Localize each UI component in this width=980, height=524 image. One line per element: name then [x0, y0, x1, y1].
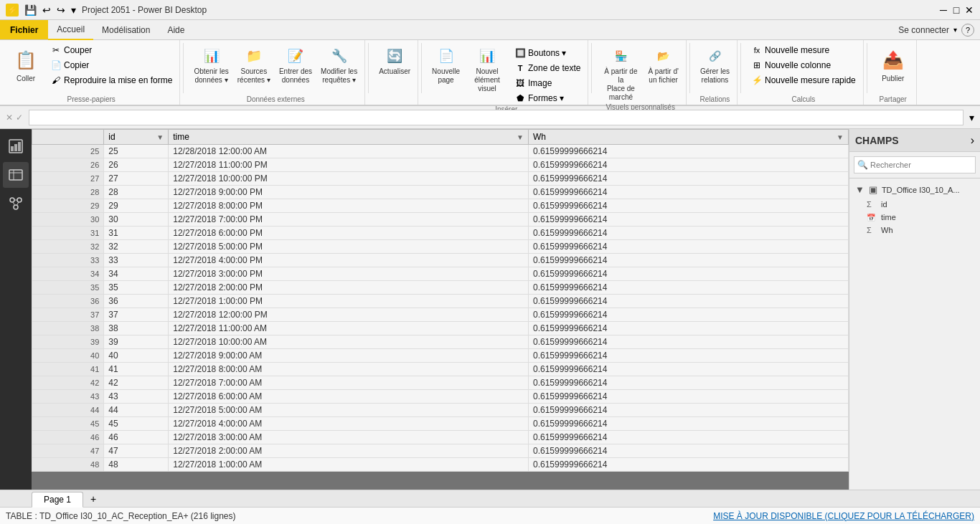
formula-input[interactable]: [29, 110, 963, 125]
from-file-button[interactable]: 📂 À partir d'un fichier: [645, 43, 681, 86]
menu-modelisation[interactable]: Modélisation: [93, 21, 159, 39]
manage-relations-button[interactable]: 🔗 Gérer lesrelations: [697, 43, 732, 86]
shapes-button[interactable]: ⬟ Formes ▾: [512, 91, 583, 105]
col-time-sort[interactable]: ▼: [517, 133, 524, 141]
title-bar: ⚡ 💾 ↩ ↪ ▾ Project 2051 - Power BI Deskto…: [0, 0, 980, 20]
format-painter-button[interactable]: 🖌 Reproduire la mise en forme: [47, 73, 175, 87]
row-time-cell: 12/27/2018 6:00:00 PM: [169, 227, 529, 240]
left-sidebar: [0, 129, 32, 490]
row-id-cell: 30: [104, 213, 169, 227]
main-area: id ▼ time ▼ Wh: [0, 129, 980, 490]
col-id-sort[interactable]: ▼: [156, 133, 164, 141]
tree-field-wh[interactable]: Σ Wh: [849, 224, 980, 237]
textbox-button[interactable]: T Zone de texte: [512, 61, 583, 75]
row-id-cell: 35: [104, 281, 169, 295]
col-header-time[interactable]: time ▼: [169, 130, 529, 145]
ribbon-group-insert: 📄 Nouvellepage 📊 Nouvelélément visuel 🔲 …: [425, 40, 588, 105]
edit-queries-button[interactable]: 🔧 Modifier lesrequêtes ▾: [318, 43, 360, 86]
recent-sources-label: Sourcesrécentes ▾: [237, 67, 270, 85]
row-id-cell: 27: [104, 172, 169, 186]
row-time-cell: 12/27/2018 7:00:00 AM: [169, 376, 529, 390]
marketplace-label: À partir de laPlace de marché: [602, 67, 639, 102]
svg-point-11: [14, 205, 18, 209]
tab-page1[interactable]: Page 1: [32, 492, 83, 508]
data-view-icon[interactable]: [3, 162, 29, 188]
dropdown-icon[interactable]: ▾: [70, 3, 77, 17]
enter-data-label: Entrer desdonnées: [279, 67, 312, 85]
undo-icon[interactable]: ↩: [41, 3, 52, 17]
row-wh-cell: 0.61599999666214: [528, 254, 848, 267]
buttons-button[interactable]: 🔲 Boutons ▾: [512, 46, 583, 60]
paste-button[interactable]: 📋 Coller: [7, 43, 44, 85]
help-button[interactable]: ?: [961, 24, 974, 37]
col-header-id[interactable]: id ▼: [104, 130, 169, 145]
report-view-icon[interactable]: [3, 133, 29, 159]
ribbon-group-share: 📤 Publier Partager: [870, 40, 917, 105]
save-icon[interactable]: 💾: [23, 3, 38, 17]
row-id-cell: 32: [104, 240, 169, 254]
fields-tree: ▼ ▣ TD_Office I30_10_A... Σ id 📅 time Σ …: [849, 178, 980, 490]
connect-label[interactable]: Se connecter: [898, 25, 949, 35]
svg-rect-6: [9, 170, 22, 180]
row-num-cell: 29: [32, 199, 104, 213]
row-time-cell: 12/27/2018 2:00:00 PM: [169, 281, 529, 295]
from-file-label: À partir d'un fichier: [648, 67, 678, 85]
quick-measure-button[interactable]: ⚡ Nouvelle mesure rapide: [748, 73, 859, 87]
col-wh-sort[interactable]: ▼: [837, 133, 844, 141]
col-header-wh[interactable]: Wh ▼: [528, 130, 848, 145]
table-row: 46 46 12/27/2018 3:00:00 AM 0.6159999966…: [32, 431, 849, 444]
row-id-cell: 45: [104, 417, 169, 431]
panel-expand-button[interactable]: ›: [971, 134, 974, 147]
table-row: 42 42 12/27/2018 7:00:00 AM 0.6159999966…: [32, 376, 849, 390]
enter-data-button[interactable]: 📝 Entrer desdonnées: [276, 43, 315, 86]
close-button[interactable]: ✕: [964, 5, 974, 15]
image-button[interactable]: 🖼 Image: [512, 76, 583, 90]
recent-sources-button[interactable]: 📁 Sourcesrécentes ▾: [235, 43, 273, 86]
row-wh-cell: 0.61599999666214: [528, 376, 848, 390]
buttons-label: Boutons ▾: [528, 48, 566, 58]
menu-aide[interactable]: Aide: [159, 21, 193, 39]
menu-accueil[interactable]: Accueil: [48, 20, 93, 40]
row-wh-cell: 0.61599999666214: [528, 458, 848, 472]
new-measure-button[interactable]: fx Nouvelle mesure: [748, 43, 859, 57]
maximize-button[interactable]: □: [951, 5, 961, 15]
data-table-container[interactable]: id ▼ time ▼ Wh: [32, 129, 849, 490]
ribbon-group-calculations: fx Nouvelle mesure ⊞ Nouvelle colonne ⚡ …: [744, 40, 864, 105]
add-tab-button[interactable]: +: [85, 491, 102, 507]
row-id-cell: 37: [104, 308, 169, 322]
table-row: 33 33 12/27/2018 4:00:00 PM 0.6159999966…: [32, 254, 849, 267]
new-visual-button[interactable]: 📊 Nouvelélément visuel: [466, 43, 509, 95]
menu-file[interactable]: Fichier: [0, 20, 48, 39]
refresh-button[interactable]: 🔄 Actualiser: [376, 43, 413, 77]
panel-title: CHAMPS: [855, 135, 899, 146]
tree-table-item[interactable]: ▼ ▣ TD_Office I30_10_A...: [849, 181, 980, 198]
row-time-cell: 12/27/2018 4:00:00 PM: [169, 254, 529, 267]
cut-label: Couper: [64, 45, 92, 55]
new-column-button[interactable]: ⊞ Nouvelle colonne: [748, 58, 859, 72]
fields-search-input[interactable]: [854, 156, 976, 173]
row-num-cell: 45: [32, 417, 104, 431]
minimize-button[interactable]: ─: [938, 5, 948, 15]
formula-confirm-icon[interactable]: ✓: [16, 113, 23, 123]
marketplace-button[interactable]: 🏪 À partir de laPlace de marché: [599, 43, 642, 103]
connect-dropdown[interactable]: ▾: [953, 26, 957, 34]
tab-page1-label: Page 1: [44, 495, 71, 505]
svg-point-10: [17, 198, 22, 202]
formula-cancel-icon[interactable]: ✕: [6, 113, 13, 123]
model-view-icon[interactable]: [3, 191, 29, 216]
tree-field-time[interactable]: 📅 time: [849, 211, 980, 224]
formula-expand-icon[interactable]: ▾: [969, 112, 974, 123]
get-data-button[interactable]: 📊 Obtenir lesdonnées ▾: [191, 43, 231, 86]
tree-field-id[interactable]: Σ id: [849, 198, 980, 211]
row-time-cell: 12/27/2018 2:00:00 AM: [169, 444, 529, 458]
new-page-button[interactable]: 📄 Nouvellepage: [429, 43, 463, 86]
row-num-cell: 43: [32, 390, 104, 404]
cut-button[interactable]: ✂ Couper: [47, 43, 175, 57]
copy-button[interactable]: 📄 Copier: [47, 58, 175, 72]
publish-button[interactable]: 📤 Publier: [875, 43, 912, 85]
quick-measure-label: Nouvelle mesure rapide: [765, 75, 856, 85]
redo-icon[interactable]: ↪: [55, 3, 67, 17]
row-time-cell: 12/27/2018 9:00:00 AM: [169, 349, 529, 363]
tree-table-collapse-icon[interactable]: ▼: [855, 184, 864, 195]
update-info-label[interactable]: MISE À JOUR DISPONIBLE (CLIQUEZ POUR LA …: [713, 511, 974, 521]
